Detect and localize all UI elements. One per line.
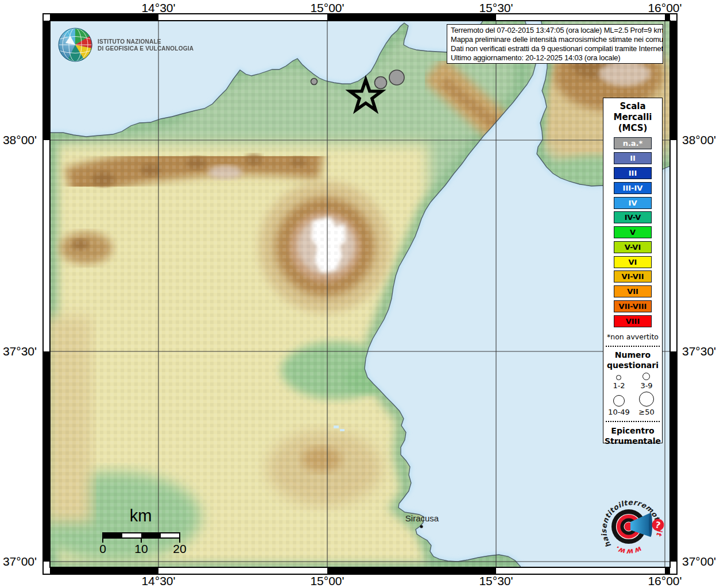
questionnaire-size-circle xyxy=(613,395,625,407)
mercalli-swatch-VII-VIII: VII-VIII xyxy=(614,300,652,312)
event-info-line1: Terremoto del 07-02-2015 13:47:05 (ora l… xyxy=(451,26,659,35)
axis-label-lat-left: 37°00' xyxy=(0,555,37,568)
questionnaire-sizes: 1-23-910-49≥50 xyxy=(605,373,660,416)
axis-label-lat-right: 38°00' xyxy=(682,133,720,147)
intensity-marker-na xyxy=(375,77,387,89)
axis-label-lat-right: 37°00' xyxy=(682,555,720,568)
axis-label-lat-right: 37°30' xyxy=(682,345,720,358)
legend-title-line: Scala xyxy=(614,101,652,112)
event-info-line4: Ultimo aggiornamento: 20-12-2025 14:03 (… xyxy=(451,53,659,63)
axis-label-lon-top: 15°00' xyxy=(307,1,347,15)
seismic-intensity-map-page: 14°30' 15°00' 15°30' 16°00' 14°30' 15°00… xyxy=(0,0,720,588)
legend-title-line: (MCS) xyxy=(614,123,652,134)
axis-label-lon-bottom: 15°30' xyxy=(476,574,516,588)
brand-www: www. xyxy=(613,544,643,556)
questionnaire-size-label: ≥50 xyxy=(638,408,654,416)
mercalli-swatch-III: III xyxy=(614,167,652,179)
legend-footnote: *non avvertito xyxy=(607,332,659,341)
questionnaire-size-circle xyxy=(639,392,654,407)
scale-bar-unit: km xyxy=(118,506,164,525)
questionnaire-size-circle xyxy=(642,373,650,380)
mercalli-swatch-n.a.*: n.a.* xyxy=(614,137,652,149)
mercalli-swatch-VII: VII xyxy=(614,285,652,297)
axis-label-lon-bottom: 14°30' xyxy=(138,574,179,588)
axis-label-lon-top: 14°30' xyxy=(138,1,179,15)
axis-label-lat-left: 37°30' xyxy=(0,345,37,358)
questionnaire-size-label: 3-9 xyxy=(640,381,652,390)
axis-label-lon-top: 16°00' xyxy=(645,1,685,15)
mercalli-swatch-VI-VII: VI-VII xyxy=(614,270,652,283)
legend-divider xyxy=(606,421,660,422)
ingv-logo-text: ISTITUTO NAZIONALE DI GEOFISICA E VULCAN… xyxy=(98,38,193,52)
mercalli-scale-list: n.a.*IIIIIIII-IVIVIV-VVV-VIVIVI-VIIVIIVI… xyxy=(614,136,652,328)
mercalli-swatch-VI: VI xyxy=(614,256,652,268)
event-info-box: Terremoto del 07-02-2015 13:47:05 (ora l… xyxy=(447,24,663,64)
axis-label-lat-left: 38°00' xyxy=(0,133,37,147)
intensity-marker-na xyxy=(389,70,404,85)
axis-label-lon-top: 15°30' xyxy=(476,1,516,15)
questionnaire-legend-title: Numero questionari xyxy=(603,350,662,370)
questionnaire-size-circle xyxy=(616,375,621,380)
questionnaire-size-label: 10-49 xyxy=(608,408,630,416)
legend-title-line: Mercalli xyxy=(614,112,652,123)
ingv-globe-icon xyxy=(57,26,93,64)
mercalli-swatch-II: II xyxy=(614,152,652,164)
brand-logo: haisentitoilterremoto.it www. xyxy=(591,490,672,566)
ingv-logo: ISTITUTO NAZIONALE DI GEOFISICA E VULCAN… xyxy=(57,26,198,64)
place-label-siracusa: Siracusa xyxy=(398,513,446,523)
epicenter-legend-title: Epicentro Strumentale xyxy=(603,425,662,446)
legend-panel: Scala Mercalli (MCS) n.a.*IIIIIIII-IVIVI… xyxy=(603,98,663,443)
axis-label-lon-bottom: 16°00' xyxy=(645,574,685,588)
ingv-logo-line2: DI GEOFISICA E VULCANOLOGIA xyxy=(98,45,193,52)
legend-title: Scala Mercalli (MCS) xyxy=(614,101,652,134)
questionnaire-size-item: 3-9 xyxy=(640,373,652,390)
mercalli-swatch-III-IV: III-IV xyxy=(614,182,652,194)
mercalli-swatch-IV: IV xyxy=(614,197,652,209)
scale-bar-tick: 0 xyxy=(91,542,114,556)
siracusa-town-dot xyxy=(420,525,423,528)
mercalli-swatch-V-VI: V-VI xyxy=(614,241,652,253)
axis-label-lon-bottom: 15°00' xyxy=(307,574,347,588)
scale-bar-tick: 10 xyxy=(130,542,153,556)
intensity-marker-na xyxy=(311,79,318,85)
questionnaire-size-item: ≥50 xyxy=(638,392,654,416)
event-info-line2: Mappa preliminare delle intensità macros… xyxy=(451,35,659,44)
questionnaire-size-item: 10-49 xyxy=(608,392,630,416)
scale-bar-tick: 20 xyxy=(168,542,191,556)
event-info-line3: Dati non verificati estratti da 9 questi… xyxy=(451,44,659,53)
map-terrain xyxy=(29,17,683,571)
svg-text:www.: www. xyxy=(613,544,643,556)
ingv-logo-line1: ISTITUTO NAZIONALE xyxy=(98,38,193,45)
mercalli-swatch-IV-V: IV-V xyxy=(614,211,652,223)
mercalli-swatch-VIII: VIII xyxy=(614,315,652,327)
questionnaire-size-item: 1-2 xyxy=(613,373,625,390)
mercalli-swatch-V: V xyxy=(614,226,652,238)
questionnaire-size-label: 1-2 xyxy=(613,381,625,390)
legend-divider xyxy=(606,346,660,347)
